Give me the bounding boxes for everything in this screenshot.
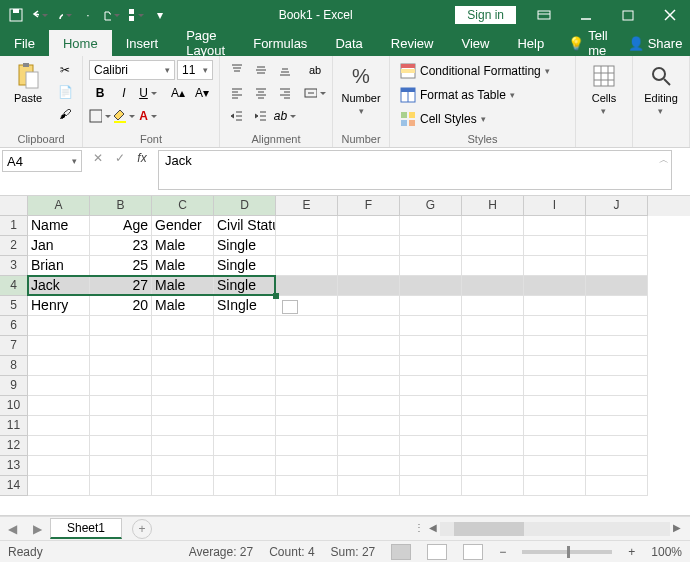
- col-header[interactable]: B: [90, 196, 152, 216]
- cell-D1[interactable]: Civil Status: [214, 216, 276, 236]
- number-format-button[interactable]: % Number▾: [339, 60, 383, 119]
- cell-J12[interactable]: [586, 436, 648, 456]
- cell-G6[interactable]: [400, 316, 462, 336]
- enter-icon[interactable]: ✓: [112, 151, 128, 165]
- cell-J9[interactable]: [586, 376, 648, 396]
- cell-D12[interactable]: [214, 436, 276, 456]
- tab-insert[interactable]: Insert: [112, 30, 173, 56]
- decrease-indent-icon[interactable]: [226, 106, 248, 126]
- cell-G10[interactable]: [400, 396, 462, 416]
- col-header[interactable]: G: [400, 196, 462, 216]
- minimize-icon[interactable]: [566, 0, 606, 30]
- row-header[interactable]: 10: [0, 396, 28, 416]
- cell-C3[interactable]: Male: [152, 256, 214, 276]
- cell-F13[interactable]: [338, 456, 400, 476]
- cell-C6[interactable]: [152, 316, 214, 336]
- maximize-icon[interactable]: [608, 0, 648, 30]
- cell-J5[interactable]: [586, 296, 648, 316]
- cell-I2[interactable]: [524, 236, 586, 256]
- cell-J1[interactable]: [586, 216, 648, 236]
- row-header[interactable]: 7: [0, 336, 28, 356]
- font-size-select[interactable]: 11▾: [177, 60, 213, 80]
- tab-page-layout[interactable]: Page Layout: [172, 30, 239, 56]
- copy-icon[interactable]: 📄: [54, 82, 76, 102]
- open-icon[interactable]: [104, 7, 120, 23]
- cell-E13[interactable]: [276, 456, 338, 476]
- cell-E12[interactable]: [276, 436, 338, 456]
- cell-F11[interactable]: [338, 416, 400, 436]
- cell-H4[interactable]: [462, 276, 524, 296]
- row-header[interactable]: 9: [0, 376, 28, 396]
- share-button[interactable]: 👤Share: [618, 30, 690, 56]
- cell-A2[interactable]: Jan: [28, 236, 90, 256]
- tab-formulas[interactable]: Formulas: [239, 30, 321, 56]
- cell-F3[interactable]: [338, 256, 400, 276]
- sheet-tab[interactable]: Sheet1: [50, 518, 122, 539]
- cell-E6[interactable]: [276, 316, 338, 336]
- cell-C13[interactable]: [152, 456, 214, 476]
- cell-E14[interactable]: [276, 476, 338, 496]
- cell-E7[interactable]: [276, 336, 338, 356]
- paste-button[interactable]: Paste: [6, 60, 50, 106]
- cell-C8[interactable]: [152, 356, 214, 376]
- zoom-slider[interactable]: [522, 550, 612, 554]
- hscroll-right-icon[interactable]: ▶: [670, 522, 684, 536]
- cell-G7[interactable]: [400, 336, 462, 356]
- increase-indent-icon[interactable]: [250, 106, 272, 126]
- cell-B11[interactable]: [90, 416, 152, 436]
- sign-in-button[interactable]: Sign in: [455, 6, 516, 24]
- cell-G8[interactable]: [400, 356, 462, 376]
- cell-C10[interactable]: [152, 396, 214, 416]
- cell-F8[interactable]: [338, 356, 400, 376]
- cell-E1[interactable]: [276, 216, 338, 236]
- name-box[interactable]: A4▾: [2, 150, 82, 172]
- cell-I14[interactable]: [524, 476, 586, 496]
- cell-D4[interactable]: Single: [214, 276, 276, 296]
- cell-B1[interactable]: Age: [90, 216, 152, 236]
- cell-F1[interactable]: [338, 216, 400, 236]
- fill-handle[interactable]: [273, 293, 279, 299]
- cell-C11[interactable]: [152, 416, 214, 436]
- page-layout-view-icon[interactable]: [427, 544, 447, 560]
- italic-button[interactable]: I: [113, 83, 135, 103]
- cell-C2[interactable]: Male: [152, 236, 214, 256]
- redo-icon[interactable]: [56, 7, 72, 23]
- cell-G5[interactable]: [400, 296, 462, 316]
- cell-J3[interactable]: [586, 256, 648, 276]
- zoom-level[interactable]: 100%: [651, 545, 682, 559]
- row-header[interactable]: 1: [0, 216, 28, 236]
- cell-F14[interactable]: [338, 476, 400, 496]
- cell-D2[interactable]: Single: [214, 236, 276, 256]
- tab-help[interactable]: Help: [503, 30, 558, 56]
- cell-G2[interactable]: [400, 236, 462, 256]
- cell-E8[interactable]: [276, 356, 338, 376]
- cell-C7[interactable]: [152, 336, 214, 356]
- cell-D8[interactable]: [214, 356, 276, 376]
- cell-J8[interactable]: [586, 356, 648, 376]
- cell-D5[interactable]: SIngle: [214, 296, 276, 316]
- cell-J11[interactable]: [586, 416, 648, 436]
- cell-F12[interactable]: [338, 436, 400, 456]
- cell-J2[interactable]: [586, 236, 648, 256]
- cell-A13[interactable]: [28, 456, 90, 476]
- align-top-icon[interactable]: [226, 60, 248, 80]
- cell-G14[interactable]: [400, 476, 462, 496]
- col-header[interactable]: A: [28, 196, 90, 216]
- cell-I1[interactable]: [524, 216, 586, 236]
- cell-D10[interactable]: [214, 396, 276, 416]
- format-as-table-button[interactable]: Format as Table▾: [396, 84, 554, 106]
- cell-B8[interactable]: [90, 356, 152, 376]
- col-header[interactable]: I: [524, 196, 586, 216]
- cell-D3[interactable]: Single: [214, 256, 276, 276]
- align-bottom-icon[interactable]: [274, 60, 296, 80]
- paste-options-icon[interactable]: [282, 300, 298, 314]
- cancel-icon[interactable]: ✕: [90, 151, 106, 165]
- cell-A7[interactable]: [28, 336, 90, 356]
- cell-I5[interactable]: [524, 296, 586, 316]
- row-header[interactable]: 13: [0, 456, 28, 476]
- col-header[interactable]: C: [152, 196, 214, 216]
- cell-G13[interactable]: [400, 456, 462, 476]
- cell-C14[interactable]: [152, 476, 214, 496]
- cell-B10[interactable]: [90, 396, 152, 416]
- row-header[interactable]: 8: [0, 356, 28, 376]
